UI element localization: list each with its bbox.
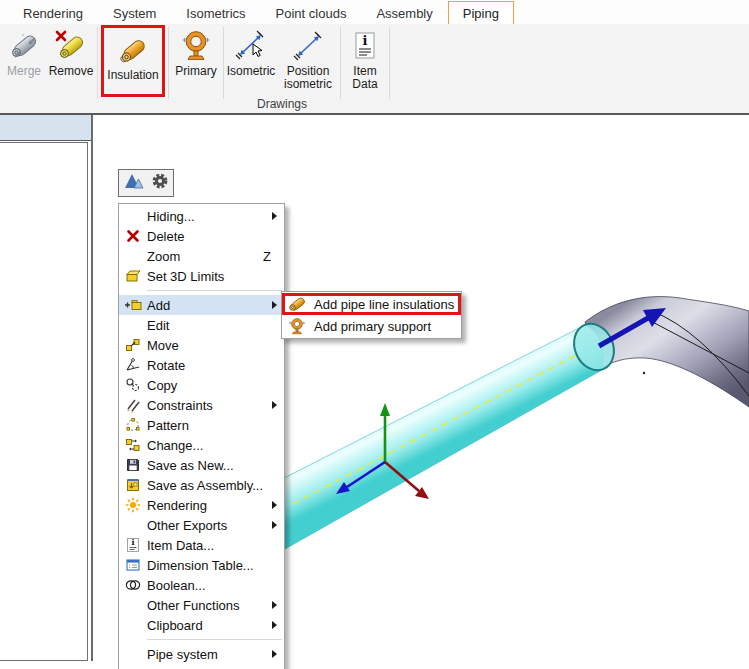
submenu-arrow-icon — [272, 501, 277, 509]
primary-label: Primary — [175, 65, 216, 78]
rotate-icon — [122, 357, 144, 373]
sun-icon — [122, 497, 144, 513]
menu-item-zoom[interactable]: Zoom Z — [119, 246, 284, 266]
svg-text:i: i — [131, 537, 134, 547]
position-isometric-label: Position isometric — [277, 65, 339, 91]
menu-item-item-data[interactable]: i Item Data... — [119, 535, 284, 555]
add-submenu: Add pipe line insulations Add primary su… — [281, 291, 462, 339]
insulation-mini-icon — [287, 295, 309, 313]
isometric-drawing-icon — [234, 29, 268, 63]
primary-support-mini-icon — [287, 317, 309, 335]
ribbon-separator — [389, 27, 390, 99]
item-data-label: Item Data — [342, 65, 388, 91]
insulation-pipe-icon — [116, 33, 150, 67]
position-isometric-icon — [291, 29, 325, 63]
drawings-group: Isometric Position isometric Drawings — [225, 24, 339, 113]
ribbon-separator — [97, 27, 98, 99]
menu-item-set-3d-limits[interactable]: Set 3D Limits — [119, 266, 284, 286]
tab-isometrics[interactable]: Isometrics — [171, 1, 260, 24]
canvas-3d-view[interactable] — [0, 115, 749, 669]
menu-item-rotate[interactable]: Rotate — [119, 355, 284, 375]
insulation-label: Insulation — [107, 69, 158, 82]
remove-button[interactable]: Remove — [46, 24, 96, 113]
submenu-arrow-icon — [272, 521, 277, 529]
isometric-label: Isometric — [227, 65, 276, 78]
item-data-doc-icon: i — [122, 537, 144, 553]
menu-item-copy[interactable]: Copy — [119, 375, 284, 395]
settings-gear-icon[interactable] — [150, 171, 170, 195]
move-icon — [122, 337, 144, 353]
menu-item-save-as-assembly[interactable]: Save as Assembly... — [119, 475, 284, 495]
insulation-button[interactable]: Insulation — [104, 28, 162, 94]
submenu-arrow-icon — [272, 650, 277, 658]
menu-item-move[interactable]: Move — [119, 335, 284, 355]
floppy-disk-icon — [122, 457, 144, 473]
panel-canvas-divider[interactable] — [91, 115, 93, 661]
menu-item-pattern[interactable]: Pattern — [119, 415, 284, 435]
copy-icon — [122, 377, 144, 393]
tab-point-clouds[interactable]: Point clouds — [261, 1, 362, 24]
change-icon — [122, 437, 144, 453]
submenu-arrow-icon — [272, 621, 277, 629]
assembly-box-icon — [122, 477, 144, 493]
workspace: Hiding... Delete Zoom Z — [0, 115, 749, 669]
tab-piping[interactable]: Piping — [448, 1, 514, 24]
item-data-button[interactable]: i Item Data — [342, 24, 388, 113]
menu-item-pipe-system[interactable]: Pipe system — [119, 644, 284, 664]
primary-button[interactable]: Primary — [170, 24, 222, 113]
menu-separator — [147, 290, 282, 291]
svg-text:i: i — [363, 33, 368, 48]
insulation-highlight-box: Insulation — [101, 25, 165, 97]
menu-separator — [147, 639, 282, 640]
submenu-item-add-pipe-line-insulations[interactable]: Add pipe line insulations — [282, 293, 461, 315]
tab-system[interactable]: System — [98, 1, 171, 24]
constraints-icon — [122, 397, 144, 413]
menu-item-clipboard[interactable]: Clipboard — [119, 615, 284, 635]
pattern-icon — [122, 417, 144, 433]
delete-icon — [122, 228, 144, 244]
ribbon-separator — [168, 27, 169, 99]
submenu-item-add-primary-support[interactable]: Add primary support — [282, 315, 461, 337]
menu-item-boolean[interactable]: Boolean... — [119, 575, 284, 595]
menu-item-dimension-table[interactable]: Dimension Table... — [119, 555, 284, 575]
merge-pipe-icon — [7, 29, 41, 63]
menu-item-constraints[interactable]: Constraints — [119, 395, 284, 415]
submenu-arrow-icon — [272, 401, 277, 409]
pipe-segment[interactable] — [278, 317, 621, 553]
submenu-arrow-icon — [272, 601, 277, 609]
tab-assembly[interactable]: Assembly — [361, 1, 447, 24]
primary-support-icon — [179, 29, 213, 63]
add-icon — [122, 297, 144, 313]
ribbon-tab-bar: Rendering System Isometrics Point clouds… — [0, 0, 749, 24]
ribbon: Merge Remove — [0, 24, 749, 115]
tab-rendering[interactable]: Rendering — [8, 1, 98, 24]
dimension-table-icon — [122, 557, 144, 573]
merge-label: Merge — [7, 65, 41, 78]
view-mini-toolbar — [118, 169, 174, 197]
menu-item-change[interactable]: Change... — [119, 435, 284, 455]
ribbon-separator — [340, 27, 341, 99]
menu-item-add[interactable]: Add — [119, 295, 284, 315]
ribbon-separator — [223, 27, 224, 99]
menu-item-edit[interactable]: Edit — [119, 315, 284, 335]
left-panel-header — [0, 115, 91, 141]
menu-item-save-as-new[interactable]: Save as New... — [119, 455, 284, 475]
boolean-circles-icon — [122, 577, 144, 593]
axonometric-view-icon[interactable] — [123, 171, 145, 195]
submenu-arrow-icon — [272, 212, 277, 220]
reference-point — [643, 372, 645, 374]
merge-button[interactable]: Merge — [2, 24, 46, 113]
item-data-icon: i — [348, 29, 382, 63]
menu-item-delete[interactable]: Delete — [119, 226, 284, 246]
menu-item-other-functions[interactable]: Other Functions — [119, 595, 284, 615]
application-window: Rendering System Isometrics Point clouds… — [0, 0, 749, 669]
menu-item-rendering[interactable]: Rendering — [119, 495, 284, 515]
menu-item-other-exports[interactable]: Other Exports — [119, 515, 284, 535]
left-panel-tree[interactable] — [0, 142, 88, 661]
limits-box-icon — [122, 268, 144, 284]
zoom-shortcut: Z — [263, 249, 271, 264]
remove-label: Remove — [49, 65, 94, 78]
submenu-arrow-icon — [272, 301, 277, 309]
menu-item-hiding[interactable]: Hiding... — [119, 206, 284, 226]
remove-pipe-icon — [54, 29, 88, 63]
